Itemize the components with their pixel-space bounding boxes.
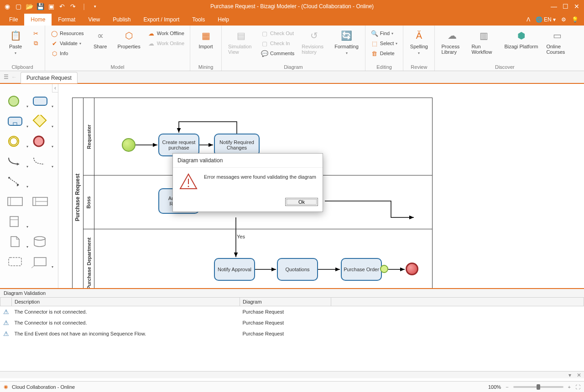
info-button[interactable]: ⬡Info [50, 49, 85, 57]
palette-end-event[interactable] [31, 135, 50, 148]
collapse-ribbon-icon[interactable]: ᐱ [527, 16, 530, 23]
tab-home[interactable]: Home [24, 14, 52, 26]
validate-button[interactable]: ✔Validate ▾ [50, 39, 85, 47]
validation-row[interactable]: ⚠ The Connector is not connected. Purcha… [0, 317, 584, 328]
close-button[interactable]: ✕ [574, 3, 579, 10]
language-button[interactable]: 🌐 EN ▾ [536, 16, 556, 23]
tab-view[interactable]: View [82, 14, 106, 26]
delete-button[interactable]: 🗑Delete [370, 49, 399, 57]
tab-export-import[interactable]: Export / Import [137, 14, 186, 26]
document-tab[interactable]: Purchase Request [21, 72, 78, 83]
palette-start-event[interactable] [6, 95, 25, 108]
palette-group[interactable] [6, 255, 25, 268]
cut-button[interactable]: ✂ [31, 29, 40, 37]
lane-requester-title[interactable]: Requester [83, 98, 94, 175]
palette-pool[interactable] [6, 195, 25, 208]
lane-purchase-dept[interactable]: Purchase Department Notify Approval Quot… [83, 229, 432, 288]
svg-rect-2 [8, 117, 22, 125]
palette-milestone[interactable] [6, 215, 25, 228]
spelling-label: Spelling [410, 44, 428, 49]
validation-table: Description Diagram ⚠ The Connector is n… [0, 297, 584, 339]
fit-screen-button[interactable]: ⛶ [575, 384, 580, 390]
qat-redo-icon[interactable]: ↷ [69, 3, 77, 10]
maximize-button[interactable]: ☐ [563, 3, 568, 10]
minimize-button[interactable]: — [551, 3, 557, 10]
select-button[interactable]: ⬚Select ▾ [370, 39, 399, 47]
formatting-button[interactable]: 🔄 Formatting ▾ [333, 27, 360, 57]
palette-lane[interactable] [31, 195, 50, 208]
work-offline-button[interactable]: ☁Work Offline [147, 29, 185, 37]
delete-label: Delete [380, 51, 395, 56]
lane-boss-title[interactable]: Boss [83, 175, 94, 229]
palette-collapse-icon[interactable]: ‹ [52, 84, 58, 93]
qat-more-icon[interactable]: ▾ [91, 3, 99, 10]
tab-tools[interactable]: Tools [186, 14, 211, 26]
task-purchase-order-label: Purchase Order [344, 267, 379, 272]
properties-button[interactable]: ⬡ Properties [116, 27, 142, 51]
intermediate-event[interactable] [380, 265, 388, 273]
tab-help[interactable]: Help [211, 14, 235, 26]
back-icon[interactable]: ← [11, 74, 17, 80]
zoom-out-button[interactable]: − [506, 384, 508, 390]
validation-diagram: Purchase Request [240, 328, 331, 339]
start-event[interactable] [122, 138, 136, 152]
diagram-validation-dialog: Diagram validation Error messages were f… [172, 153, 323, 212]
settings-icon[interactable]: ⚙ [561, 16, 566, 23]
task-purchase-order[interactable]: Purchase Order [341, 258, 382, 281]
group-mining: ▦ Import Mining [190, 26, 222, 71]
run-workflow-button[interactable]: ▥ Run Workflow [469, 27, 498, 57]
palette-intermediate-event[interactable] [6, 135, 25, 148]
qat-new-icon[interactable]: ▢ [15, 3, 22, 10]
task-notify-approval[interactable]: Notify Approval [214, 258, 255, 281]
ok-button[interactable]: Ok [285, 198, 318, 206]
comments-button[interactable]: 💬Comments [260, 49, 295, 57]
float-panel-icon[interactable]: ▾ [568, 372, 571, 378]
diagram-list-icon[interactable]: ☰ [4, 74, 9, 80]
close-panel-icon[interactable]: ✕ [577, 372, 581, 378]
share-button[interactable]: ∝ Share [89, 27, 111, 51]
validation-row[interactable]: ⚠ The End Event does not have an incomin… [0, 328, 584, 339]
resources-button[interactable]: ◯Resources [50, 29, 85, 37]
validation-row[interactable]: ⚠ The Connector is not connected. Purcha… [0, 306, 584, 318]
zoom-in-button[interactable]: + [568, 384, 571, 390]
checkin-label: Check In [270, 41, 290, 46]
qat-undo-icon[interactable]: ↶ [58, 3, 66, 10]
tab-file[interactable]: File [0, 14, 24, 26]
palette-data-store[interactable] [31, 235, 50, 248]
warning-row-icon: ⚠ [3, 308, 9, 315]
lane-purchase-dept-title[interactable]: Purchase Department [83, 229, 94, 288]
palette-association[interactable] [6, 175, 25, 188]
spelling-button[interactable]: Ă Spelling ▾ [408, 27, 430, 57]
pool-title[interactable]: Purchase Request [73, 98, 83, 288]
task-quotations[interactable]: Quotations [277, 258, 318, 281]
palette-task[interactable] [31, 95, 50, 108]
idea-icon[interactable]: 💡 [572, 16, 579, 23]
palette-gateway[interactable] [31, 115, 50, 128]
process-library-button[interactable]: ☁ Process Library [439, 27, 465, 57]
col-diagram[interactable]: Diagram [240, 298, 331, 306]
palette-subprocess[interactable] [6, 115, 25, 128]
resources-label: Resources [60, 31, 84, 36]
end-event[interactable] [406, 263, 418, 275]
qat-saveall-icon[interactable]: ▣ [47, 3, 55, 10]
bizagi-platform-button[interactable]: ⬢ Bizagi Platform [502, 27, 540, 51]
import-button[interactable]: ▦ Import [195, 27, 217, 51]
palette-message-flow[interactable] [31, 155, 50, 168]
palette-sequence-flow[interactable] [6, 155, 25, 168]
paste-label: Paste [9, 44, 22, 49]
qat-save-icon[interactable]: 💾 [36, 3, 44, 10]
tab-format[interactable]: Format [52, 14, 82, 26]
zoom-thumb[interactable] [537, 384, 540, 390]
zoom-slider[interactable] [513, 386, 563, 388]
qat-open-icon[interactable]: 📂 [26, 3, 33, 10]
copy-button[interactable]: ⧉ [31, 39, 40, 47]
online-courses-button[interactable]: ▭ Online Courses [544, 27, 570, 57]
tab-publish[interactable]: Publish [106, 14, 137, 26]
col-description[interactable]: Description [12, 298, 240, 306]
palette-data-object[interactable] [6, 235, 25, 248]
svg-point-8 [8, 177, 10, 179]
paste-button[interactable]: 📋 Paste ▾ [5, 27, 26, 57]
palette-annotation[interactable] [31, 255, 50, 268]
find-button[interactable]: 🔍Find ▾ [370, 29, 399, 37]
svg-rect-17 [9, 258, 21, 266]
